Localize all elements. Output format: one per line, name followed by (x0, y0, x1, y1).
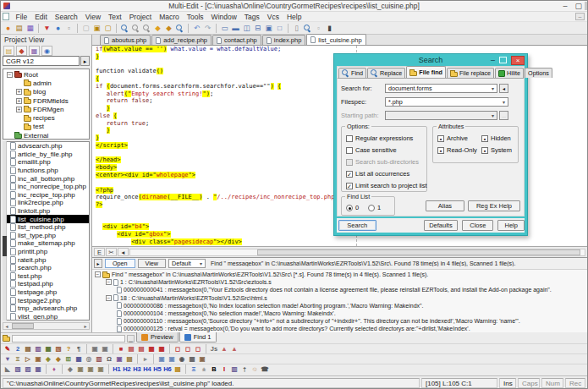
tree-node-fdrmfields[interactable]: +FDRMfields (3, 96, 89, 105)
help-button[interactable]: Help (497, 220, 525, 231)
panel-footer-field[interactable] (12, 335, 125, 342)
scroll-left-arrow[interactable]: ◂ (3, 323, 10, 329)
tab-aboutus-php[interactable]: aboutus.php (100, 35, 151, 45)
search-files-icon[interactable]: ◆ (152, 23, 163, 34)
menu-project[interactable]: Project (125, 13, 155, 21)
bottom-tool-icon[interactable]: ◻ (183, 344, 193, 353)
file-list-horizontal-scrollbar[interactable]: ◂ ▸ (3, 322, 90, 330)
zoom-icon[interactable] (302, 23, 313, 34)
file-item-search-php[interactable]: search.php (3, 264, 89, 272)
chevron-down-icon[interactable]: ▾ (492, 85, 494, 91)
attribute-read-only[interactable]: ▪Read-Only (437, 146, 477, 154)
bottom-tool-icon[interactable]: ▥ (94, 354, 104, 364)
find-result-row[interactable]: −18 : C:\inuasha\MartinWorks\EZRTools\V1… (92, 294, 587, 302)
option-limit-search-to-project-list[interactable]: ✓Limit search to project list (346, 182, 427, 189)
tab-index-php[interactable]: index.php (262, 35, 306, 45)
file-list-vertical-scrollbar[interactable] (3, 141, 7, 321)
alias-button[interactable]: Alias (426, 200, 464, 211)
bottom-tool-icon[interactable]: ◻ (193, 344, 203, 353)
window-split-icon[interactable]: ◫ (241, 23, 252, 34)
bottom-tool-icon[interactable]: ± (199, 364, 209, 374)
project-combo-dropdown[interactable]: ▸ (80, 56, 90, 66)
bottom-tool-icon[interactable]: ☎ (260, 364, 270, 374)
chevron-down-icon[interactable]: ▾ (503, 99, 505, 105)
tree-expander[interactable]: − (7, 72, 13, 78)
scroll-left-icon[interactable]: ◂ (118, 248, 129, 256)
dialog-maximize-button[interactable] (499, 57, 507, 63)
dialog-tab-file-find[interactable]: File find (406, 66, 446, 78)
file-item-tmp_advsearch-php[interactable]: tmp_advsearch.php (3, 304, 89, 313)
tree-expander[interactable]: + (16, 98, 22, 104)
bottom-tool-icon[interactable]: H5 (152, 364, 162, 374)
paste-icon[interactable]: ▢ (102, 23, 113, 34)
pin-icon[interactable]: ▼ (41, 23, 52, 34)
bottom-tool-icon[interactable]: ▣ (96, 364, 106, 374)
bottom-tool-icon[interactable]: Ξ (13, 354, 23, 364)
bottom-tool-icon[interactable]: ▧ (53, 344, 63, 353)
checkbox[interactable]: ▪ (481, 147, 488, 154)
dialog-tab-replace[interactable]: Replace (367, 68, 405, 78)
bottom-tool-icon[interactable]: ▦ (146, 344, 157, 353)
file-item-linktoit-php[interactable]: linktoit.php (3, 207, 89, 216)
file-item-list_cuisine-php[interactable]: list_cuisine.php (3, 215, 89, 223)
mdi-minimize-button[interactable]: – (575, 13, 585, 20)
file-item-emailit-php[interactable]: emailit.php (3, 158, 89, 167)
find-result-row[interactable]: 000000000125 : retval = messagebox(0,'Do… (92, 325, 587, 332)
redo-icon[interactable]: ↷ (202, 23, 213, 34)
bottom-tool-icon[interactable]: ▤ (124, 354, 135, 364)
undo-icon[interactable]: ↶ (191, 23, 202, 34)
window-cascade-icon[interactable]: ▬ (230, 23, 241, 34)
menu-vcs[interactable]: Vcs (263, 13, 283, 21)
output-tab-find-1[interactable]: Find 1 (179, 332, 217, 342)
bottom-tool-icon[interactable]: Ξ (189, 364, 199, 374)
scissors-icon[interactable]: ✂ (106, 248, 117, 256)
bottom-tool-icon[interactable]: ▥ (229, 364, 239, 374)
menu-tools[interactable]: Tools (183, 13, 207, 21)
checkbox[interactable] (346, 147, 353, 154)
menu-view[interactable]: View (81, 13, 104, 21)
radio-button[interactable] (368, 205, 375, 211)
find-icon[interactable] (119, 23, 130, 34)
scrollbar-thumb[interactable] (12, 323, 34, 329)
menu-text[interactable]: Text (105, 13, 126, 21)
tree-expander[interactable]: + (16, 107, 22, 112)
scrollbar-thumb[interactable] (3, 236, 7, 256)
bottom-tool-icon[interactable]: ▲ (229, 344, 239, 353)
new-file-icon[interactable]: ● (3, 23, 14, 34)
dialog-minimize-button[interactable]: – (491, 56, 495, 64)
project-combo[interactable]: CGR v12 (3, 56, 80, 66)
project-sound-icon[interactable]: ◉ (41, 46, 52, 56)
bottom-tool-icon[interactable]: ◎ (84, 354, 94, 364)
tree-node-root[interactable]: −Root (3, 70, 89, 79)
project-open-icon[interactable]: ▤ (3, 46, 14, 56)
regex-help-button[interactable]: Reg Ex Help (468, 200, 520, 211)
project-sync-icon[interactable]: ◆ (16, 46, 27, 56)
macro-library-icon[interactable]: ▮ (324, 23, 335, 34)
bottom-tool-icon[interactable]: ▥ (33, 344, 43, 353)
tree-expander[interactable]: − (106, 279, 112, 285)
find-result-row[interactable]: 000000000086 : messagebox(0,'No Index lo… (92, 302, 587, 310)
file-item-testpage2-php[interactable]: testpage2.php (3, 296, 89, 304)
bottom-tool-icon[interactable]: ▼ (3, 354, 13, 364)
find-prev-icon[interactable] (141, 23, 152, 34)
bottom-tool-icon[interactable]: ▤ (23, 344, 33, 353)
open-file-icon[interactable]: ▤ (14, 23, 25, 34)
attribute-system[interactable]: ▪System (481, 146, 512, 154)
search-dialog-titlebar[interactable]: Search – × (334, 54, 527, 66)
bottom-tool-icon[interactable]: ▩ (33, 364, 43, 374)
bottom-tool-icon[interactable]: ▨ (23, 364, 33, 374)
view-button[interactable]: View (138, 259, 166, 268)
tree-expander[interactable]: − (106, 295, 112, 301)
bottom-tool-icon[interactable]: ▣ (100, 344, 110, 353)
menu-help[interactable]: Help (283, 13, 305, 21)
search-history-button[interactable]: ◂ (499, 84, 508, 93)
file-item-test-php[interactable]: test.php (3, 272, 89, 281)
tab-list_cuisine-php[interactable]: list_cuisine.php (306, 34, 365, 45)
bottom-tool-icon[interactable]: ▣ (85, 364, 96, 374)
scroll-right-arrow[interactable]: ▸ (82, 323, 89, 329)
bottom-tool-icon[interactable]: ◈ (65, 364, 75, 374)
file-item-advsearch-php[interactable]: advsearch.php (3, 142, 89, 151)
bottom-tool-icon[interactable]: ▸ (140, 354, 151, 364)
menu-tags[interactable]: Tags (240, 13, 263, 21)
bottom-tool-icon[interactable]: ▤ (126, 344, 136, 353)
